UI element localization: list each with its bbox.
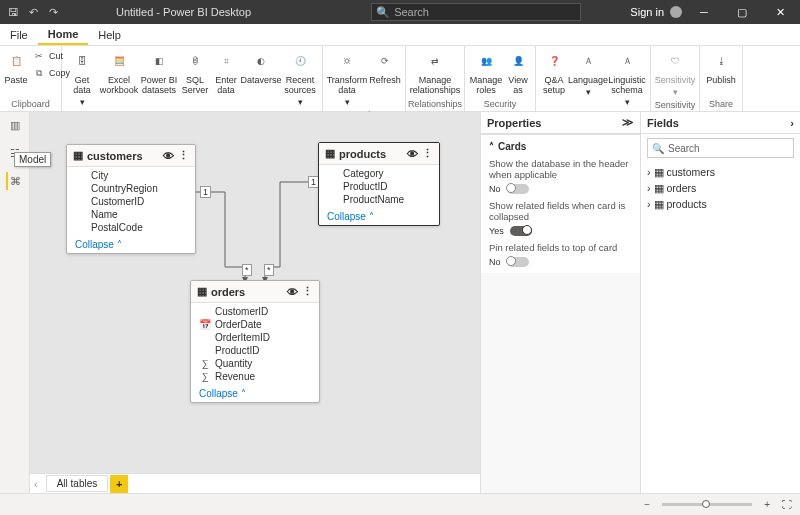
view-as-button[interactable]: 👤View as (505, 48, 531, 96)
getdata-button[interactable]: 🗄Get data▾ (66, 48, 98, 108)
visibility-icon[interactable]: 👁 (407, 148, 418, 160)
close-button[interactable]: ✕ (764, 0, 796, 24)
more-icon[interactable]: ⋮ (178, 149, 189, 162)
field-node[interactable]: ›▦products (647, 196, 794, 212)
qa-setup-button[interactable]: ❓Q&A setup (540, 48, 568, 96)
sigma-icon: ∑ (199, 358, 211, 369)
sensitivity-button[interactable]: 🛡Sensitivity▾ (655, 48, 695, 98)
properties-pane: Properties≫ ˄Cards Show the database in … (480, 112, 640, 493)
refresh-button[interactable]: ⟳Refresh (369, 48, 401, 86)
paste-button[interactable]: 📋Paste (4, 48, 28, 86)
sqlserver-button[interactable]: 🛢SQL Server (180, 48, 210, 96)
save-icon[interactable]: 🖫 (4, 3, 22, 21)
field-row[interactable]: PostalCode (67, 221, 195, 234)
field-row[interactable]: CustomerID (67, 195, 195, 208)
cut-icon: ✂ (32, 49, 46, 63)
fields-search[interactable]: 🔍Search (647, 138, 794, 158)
add-page-button[interactable]: + (110, 475, 128, 493)
field-row[interactable]: ProductID (319, 180, 439, 193)
report-view-icon[interactable]: ▥ (6, 116, 24, 134)
tab-help[interactable]: Help (88, 26, 131, 44)
search-icon: 🔍 (376, 6, 390, 19)
prop-pin-related: Pin related fields to top of card (489, 238, 632, 255)
field-row[interactable]: ∑Revenue (191, 370, 319, 383)
undo-icon[interactable]: ↶ (24, 3, 42, 21)
zoom-slider[interactable] (662, 503, 752, 506)
collapse-link[interactable]: Collapse ˄ (67, 236, 195, 253)
recentsources-button[interactable]: 🕘Recent sources▾ (282, 48, 318, 108)
group-clipboard-label: Clipboard (0, 99, 61, 111)
chevron-up-icon: ˄ (369, 211, 374, 222)
field-node[interactable]: ›▦customers (647, 164, 794, 180)
redo-icon[interactable]: ↷ (44, 3, 62, 21)
field-row[interactable]: ∑Quantity (191, 357, 319, 370)
field-row[interactable]: CountryRegion (67, 182, 195, 195)
field-row[interactable]: City (67, 169, 195, 182)
status-bar: − + ⛶ (0, 493, 800, 515)
field-node[interactable]: ›▦orders (647, 180, 794, 196)
page-tab-bar: ‹ All tables + (30, 473, 480, 493)
more-icon[interactable]: ⋮ (422, 147, 433, 160)
more-icon[interactable]: ⋮ (302, 285, 313, 298)
chevron-up-icon[interactable]: ˄ (489, 141, 494, 152)
collapse-link[interactable]: Collapse ˄ (191, 385, 319, 402)
toggle-show-database[interactable]: No (489, 182, 632, 196)
manage-roles-button[interactable]: 👥Manage roles (469, 48, 503, 96)
table-card-orders[interactable]: ▦orders👁⋮ CustomerID 📅OrderDate OrderIte… (190, 280, 320, 403)
model-view-tooltip: Model (14, 152, 51, 167)
field-row[interactable]: 📅OrderDate (191, 318, 319, 331)
avatar-icon[interactable] (670, 6, 682, 18)
page-tab-all-tables[interactable]: All tables (46, 475, 109, 492)
field-row[interactable]: Category (319, 167, 439, 180)
toggle-show-related[interactable]: Yes (489, 224, 632, 238)
card-title: products (339, 148, 386, 160)
visibility-icon[interactable]: 👁 (163, 150, 174, 162)
tab-file[interactable]: File (0, 26, 38, 44)
model-canvas[interactable]: 1 1 * * ▦customers👁⋮ City CountryRegion … (30, 112, 480, 493)
language-button[interactable]: ＡLanguage▾ (570, 48, 606, 98)
table-icon: ▦ (654, 198, 664, 210)
window-title: Untitled - Power BI Desktop (66, 6, 251, 18)
field-row[interactable]: ProductName (319, 193, 439, 206)
table-card-products[interactable]: ▦products👁⋮ Category ProductID ProductNa… (318, 142, 440, 226)
dataverse-button[interactable]: ◐Dataverse (242, 48, 280, 86)
group-sensitivity-label: Sensitivity (651, 100, 699, 112)
field-row[interactable]: CustomerID (191, 305, 319, 318)
enterdata-button[interactable]: ⌗Enter data (212, 48, 240, 96)
fit-to-page-icon[interactable]: ⛶ (782, 499, 792, 510)
excel-button[interactable]: 🧮Excel workbook (100, 48, 138, 96)
card-title: orders (211, 286, 245, 298)
group-share-label: Share (700, 99, 742, 111)
section-cards-label: Cards (498, 141, 526, 152)
transformdata-button[interactable]: ⛭Transform data▾ (327, 48, 367, 108)
group-security-label: Security (465, 99, 535, 111)
table-card-customers[interactable]: ▦customers👁⋮ City CountryRegion Customer… (66, 144, 196, 254)
field-row[interactable]: OrderItemID (191, 331, 319, 344)
chevron-right-icon: › (647, 182, 651, 194)
collapse-pane-icon[interactable]: ≫ (622, 116, 634, 129)
pbi-datasets-button[interactable]: ◧Power BI datasets (140, 48, 178, 96)
search-icon: 🔍 (652, 143, 664, 154)
toggle-pin-related[interactable]: No (489, 255, 632, 269)
zoom-out-button[interactable]: − (644, 499, 650, 510)
ribbon: 📋Paste ✂Cut ⧉Copy Clipboard 🗄Get data▾ 🧮… (0, 46, 800, 112)
manage-relationships-button[interactable]: ⇄Manage relationships (410, 48, 460, 96)
tab-home[interactable]: Home (38, 25, 89, 45)
left-nav: ▥ ☷ ⌘ (0, 112, 30, 493)
table-icon: ▦ (197, 285, 207, 298)
model-view-icon[interactable]: ⌘ (6, 172, 24, 190)
linguistic-schema-button[interactable]: ＡLinguistic schema▾ (608, 48, 646, 108)
expand-pane-icon[interactable]: › (790, 117, 794, 129)
publish-button[interactable]: ⭳Publish (704, 48, 738, 86)
signin-link[interactable]: Sign in (630, 6, 664, 18)
minimize-button[interactable]: ─ (688, 0, 720, 24)
zoom-in-button[interactable]: + (764, 499, 770, 510)
card-title: customers (87, 150, 143, 162)
collapse-link[interactable]: Collapse ˄ (319, 208, 439, 225)
maximize-button[interactable]: ▢ (726, 0, 758, 24)
prev-page-icon[interactable]: ‹ (30, 478, 42, 490)
visibility-icon[interactable]: 👁 (287, 286, 298, 298)
field-row[interactable]: Name (67, 208, 195, 221)
global-search[interactable]: 🔍 Search (371, 3, 581, 21)
field-row[interactable]: ProductID (191, 344, 319, 357)
